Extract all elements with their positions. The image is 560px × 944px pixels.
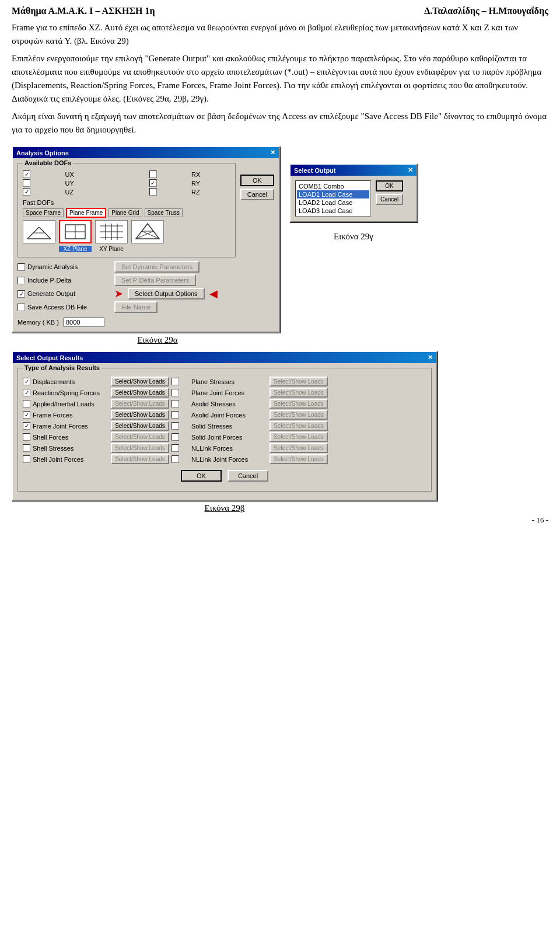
lbl-ux: UX: [65, 171, 104, 178]
fast-dof-space-truss[interactable]: Space Truss: [145, 208, 183, 217]
btn-solid-joint[interactable]: Select/Show Loads: [270, 432, 328, 442]
cb-frame-joint[interactable]: [23, 422, 30, 430]
lbl-ry: RY: [191, 180, 230, 187]
output-ok-btn[interactable]: OK: [376, 180, 403, 191]
sel-comb1[interactable]: COMB1 Combo: [297, 182, 369, 190]
xz-plane-label[interactable]: XZ Plane: [59, 246, 92, 252]
cb-uz[interactable]: [23, 188, 30, 196]
btn-plane-joint[interactable]: Select/Show Loads: [270, 388, 328, 398]
btn-shell-joint[interactable]: Select/Show Loads: [111, 454, 169, 464]
ok-cancel-col: OK Cancel: [240, 175, 274, 200]
btn-nllink-joint[interactable]: Select/Show Loads: [270, 454, 328, 464]
saveaccess-row: Save Access DB File File Name: [18, 301, 236, 313]
struct-icons-row: [23, 220, 230, 243]
cb-reaction[interactable]: [23, 389, 30, 396]
header: Μάθημα Α.Μ.Α.Κ. Ι – ΑΣΚΗΣΗ 1η Δ.Ταλασλίδ…: [12, 6, 548, 16]
header-left: Μάθημα Α.Μ.Α.Κ. Ι – ΑΣΚΗΣΗ 1η: [12, 6, 155, 16]
cb-genoutput[interactable]: [18, 290, 25, 298]
analysis-options-section: Dynamic Analysis Set Dynamic Parameters …: [18, 261, 236, 313]
cb-rz[interactable]: [149, 188, 157, 196]
output-list: COMB1 Combo LOAD1 Load Case LOAD2 Load C…: [295, 180, 371, 217]
cb-displacements[interactable]: [23, 378, 30, 385]
results-ok-btn[interactable]: OK: [181, 470, 222, 482]
btn-shell-forces[interactable]: Select/Show Loads: [111, 432, 169, 442]
cb-solid-stresses[interactable]: [172, 422, 179, 430]
btn-shell-stresses[interactable]: Select/Show Loads: [111, 443, 169, 453]
btn-solid-stresses[interactable]: Select/Show Loads: [270, 421, 328, 431]
cb-solid-joint[interactable]: [172, 433, 179, 441]
btn-displacements[interactable]: Select/Show Loads: [111, 377, 169, 386]
lbl-frame-joint: Frame Joint Forces: [33, 423, 108, 430]
header-right: Δ.Ταλασλίδης – Η.Μπουγαΐδης: [424, 6, 548, 16]
btn-nllink[interactable]: Select/Show Loads: [270, 443, 328, 453]
btn-reaction[interactable]: Select/Show Loads: [111, 388, 169, 398]
select-output-close-icon[interactable]: ✕: [408, 166, 413, 174]
lbl-uz: UZ: [65, 189, 104, 196]
btn-plane-stresses[interactable]: Select/Show Loads: [270, 377, 328, 386]
sel-load2[interactable]: LOAD2 Load Case: [297, 198, 369, 207]
cb-asolid-stresses[interactable]: [172, 400, 179, 407]
paragraph-2: Επιπλέον ενεργοποιούμε την επιλογή "Gene…: [12, 52, 548, 106]
btn-file-name[interactable]: File Name: [114, 301, 158, 313]
cb-nllink[interactable]: [172, 444, 179, 452]
lbl-shell-forces: Shell Forces: [33, 434, 108, 441]
results-close-icon[interactable]: ✕: [428, 354, 433, 361]
svg-line-6: [33, 227, 39, 233]
cb-plane-joint[interactable]: [172, 389, 179, 396]
fast-dof-space-frame[interactable]: Space Frame: [23, 208, 64, 217]
icon-space-truss[interactable]: [131, 220, 164, 243]
btn-set-dynamic[interactable]: Set Dynamic Parameters: [114, 261, 200, 273]
fast-dof-plane-frame[interactable]: Plane Frame: [66, 208, 106, 218]
cb-rx[interactable]: [149, 170, 157, 178]
cb-frame-forces[interactable]: [23, 411, 30, 419]
cb-saveaccess[interactable]: [18, 304, 25, 311]
cb-ux[interactable]: [23, 170, 30, 178]
memory-label: Memory ( KB ): [18, 319, 59, 326]
xy-plane-label[interactable]: XY Plane: [95, 246, 128, 252]
memory-input[interactable]: [64, 318, 104, 327]
btn-frame-forces[interactable]: Select/Show Loads: [111, 410, 169, 420]
fast-dof-plane-grid[interactable]: Plane Grid: [108, 208, 142, 217]
btn-asolid-stresses[interactable]: Select/Show Loads: [270, 399, 328, 409]
lbl-saveaccess: Save Access DB File: [27, 304, 87, 311]
icon-plane-frame[interactable]: [59, 220, 92, 243]
caption-29b: Εικόνα 29β: [12, 503, 438, 513]
analysis-close-icon[interactable]: ✕: [270, 149, 275, 156]
sel-load1[interactable]: LOAD1 Load Case: [297, 190, 369, 198]
cb-dynamic[interactable]: [18, 263, 25, 271]
cb-shell-forces[interactable]: [23, 433, 30, 441]
icon-space-frame[interactable]: [23, 220, 55, 243]
btn-frame-joint[interactable]: Select/Show Loads: [111, 421, 169, 431]
analysis-left: Available DOFs UX RX UY: [18, 163, 236, 327]
lbl-reaction: Reaction/Spring Forces: [33, 389, 108, 396]
btn-select-output[interactable]: Select Output Options: [128, 288, 205, 299]
cb-applied[interactable]: [23, 400, 30, 407]
fast-dofs-buttons: Space Frame Plane Frame Plane Grid Space…: [23, 208, 230, 218]
cb-shell-stresses[interactable]: [23, 444, 30, 452]
cb-nllink-joint[interactable]: [172, 455, 179, 463]
sel-load3[interactable]: LOAD3 Load Case: [297, 207, 369, 215]
cb-shell-joint[interactable]: [23, 455, 30, 463]
btn-applied[interactable]: Select/Show Loads: [111, 399, 169, 409]
select-output-title: Select Output: [294, 167, 336, 174]
caption-29g: Εικόνα 29γ: [289, 232, 418, 242]
analysis-ok-btn[interactable]: OK: [240, 175, 274, 186]
lbl-nllink-joint: NLLink Joint Forces: [191, 456, 267, 463]
cb-ry[interactable]: [149, 179, 157, 187]
btn-asolid-joint[interactable]: Select/Show Loads: [270, 410, 328, 420]
cb-uy[interactable]: [23, 179, 30, 187]
caption-29a: Εικόνα 29α: [23, 335, 292, 345]
output-cancel-btn[interactable]: Cancel: [376, 194, 403, 205]
cb-pdelta[interactable]: [18, 277, 25, 284]
results-body: Type of Analysis Results Displacements S…: [13, 363, 436, 500]
para1-text: Frame για το επίπεδο ΧΖ. Αυτό έχει ως απ…: [12, 23, 518, 46]
results-cancel-btn[interactable]: Cancel: [228, 470, 268, 482]
lbl-asolid-stresses: Asolid Stresses: [191, 400, 267, 407]
btn-set-pdelta[interactable]: Set P-Delta Parameters: [114, 274, 196, 286]
cb-plane-stresses[interactable]: [172, 378, 179, 385]
icon-plane-grid[interactable]: [95, 220, 128, 243]
analysis-cancel-btn[interactable]: Cancel: [240, 189, 274, 200]
cb-asolid-joint[interactable]: [172, 411, 179, 419]
results-group-title: Type of Analysis Results: [23, 364, 102, 371]
results-table: Displacements Select/Show Loads Plane St…: [23, 377, 426, 464]
